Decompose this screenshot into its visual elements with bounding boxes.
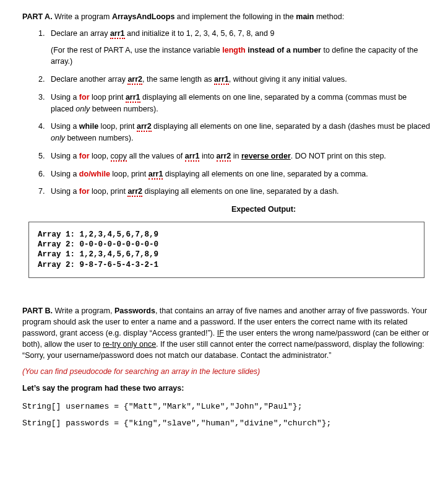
item-6: Using a do/while loop, print arr1 displa…: [47, 168, 431, 180]
output-line-1: Array 1: 1,2,3,4,5,6,7,8,9: [38, 230, 158, 239]
item-6-pre: Using a: [51, 170, 79, 178]
item-6-post: displaying all elements on one line, sep…: [163, 170, 368, 178]
output-line-2: Array 2: 0-0-0-0-0-0-0-0-0: [38, 240, 158, 249]
part-b-label: PART B.: [22, 306, 53, 315]
item-5-mid: loop,: [90, 152, 111, 160]
item-5-rev: reverse order: [241, 152, 291, 160]
part-a-text3: method:: [314, 12, 344, 21]
item-5-mid2: all the values of: [127, 152, 185, 160]
item-1-pre: Declare an array: [51, 29, 110, 38]
item-2-var: arr2: [127, 75, 142, 85]
item-7-pre: Using a: [51, 187, 79, 196]
part-b-retry: re-try only once: [103, 340, 156, 349]
item-2-pre: Declare another array: [51, 75, 127, 84]
output-line-4: Array 2: 9-8-7-6-5-4-3-2-1: [38, 261, 158, 269]
item-7: Using a for loop, print arr2 displaying …: [47, 186, 431, 198]
item-1: Declare an array arr1 and initialize it …: [47, 28, 431, 67]
item-1-post: and initialize it to 1, 2, 3, 4, 5, 6, 7…: [125, 29, 275, 38]
item-5-mid4: in: [231, 152, 241, 160]
item-3-post2: between numbers).: [90, 105, 158, 113]
item-3: Using a for loop print arr1 displaying a…: [47, 92, 431, 115]
item-3-pre: Using a: [51, 93, 79, 102]
part-b-text1: Write a program,: [53, 306, 114, 315]
code-passwords: String[] passwords = {"king","slave","hu…: [22, 417, 431, 430]
item-2-var2: arr1: [214, 75, 229, 85]
item-7-post: displaying all elements on one line, sep…: [142, 187, 339, 196]
item-5-post: . DO NOT print on this step.: [291, 152, 386, 160]
item-3-only: only: [75, 105, 90, 113]
item-6-kw: do/while: [79, 170, 110, 178]
part-a-text1: Write a program: [53, 12, 112, 21]
item-3-kw: for: [79, 93, 90, 102]
item-5-var: arr1: [185, 152, 200, 162]
item-7-mid: loop, print: [90, 187, 128, 196]
item-4-var: arr2: [137, 122, 152, 132]
part-b-pseudocode-note: (You can find pseudocode for searching a…: [22, 366, 431, 378]
item-1-sub-mid: instead of a number: [246, 46, 321, 54]
part-a-program-name: ArraysAndLoops: [112, 12, 174, 21]
item-4-post2: between numbers).: [65, 134, 133, 142]
item-3-mid: loop print: [90, 93, 126, 102]
part-a-main: main: [296, 12, 314, 21]
item-4-only: only: [51, 134, 65, 142]
item-5-var2: arr2: [217, 152, 231, 162]
item-5-copy: copy: [111, 152, 127, 162]
item-5-pre: Using a: [51, 152, 79, 160]
item-2: Declare another array arr2, the same len…: [47, 74, 431, 85]
item-6-mid: loop, print: [110, 170, 149, 178]
item-3-var: arr1: [126, 93, 140, 103]
part-a-list: Declare an array arr1 and initialize it …: [47, 28, 431, 198]
item-1-length: length: [222, 46, 246, 54]
item-5: Using a for loop, copy all the values of…: [47, 150, 431, 162]
item-5-mid3: into: [199, 152, 216, 160]
item-2-mid: , the same length as: [142, 75, 214, 84]
item-7-var: arr2: [127, 187, 142, 197]
item-4-pre: Using a: [51, 122, 79, 131]
output-line-3: Array 1: 1,2,3,4,5,6,7,8,9: [38, 250, 158, 259]
expected-output-box: Array 1: 1,2,3,4,5,6,7,8,9 Array 2: 0-0-…: [28, 222, 424, 278]
part-a-heading: PART A. Write a program ArraysAndLoops a…: [22, 11, 431, 23]
item-4-mid: loop, print: [98, 122, 137, 131]
part-b-arrays-title: Let’s say the program had these two arra…: [22, 383, 431, 394]
part-b-if: IF: [217, 329, 224, 337]
code-usernames: String[] usernames = {"Matt","Mark","Luk…: [22, 401, 431, 413]
item-6-var: arr1: [149, 170, 163, 180]
item-2-post: , without giving it any initial values.: [229, 75, 347, 84]
part-a-text2: and implement the following in the: [174, 12, 296, 21]
item-4-kw: while: [79, 122, 98, 131]
part-b-program-name: Passwords: [114, 306, 155, 315]
part-a-label: PART A.: [22, 12, 53, 21]
expected-output-label: Expected Output:: [97, 204, 431, 215]
item-1-sub-pre: (For the rest of PART A, use the instanc…: [51, 46, 222, 54]
item-4: Using a while loop, print arr2 displayin…: [47, 121, 431, 144]
part-b-heading: PART B. Write a program, Passwords, that…: [22, 305, 431, 362]
item-5-kw: for: [79, 152, 90, 160]
item-4-post: displaying all elements on one line, sep…: [152, 122, 430, 131]
item-1-sub: (For the rest of PART A, use the instanc…: [51, 45, 431, 68]
item-7-kw: for: [79, 187, 90, 196]
item-1-var: arr1: [110, 29, 125, 39]
